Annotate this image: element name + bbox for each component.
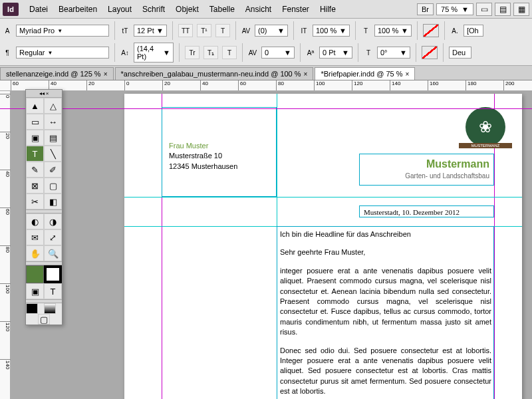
view-mode-button[interactable]: ▢: [38, 314, 50, 325]
skew-input[interactable]: 0°▼: [377, 47, 410, 59]
charstyle-dropdown[interactable]: [Oh: [464, 25, 483, 37]
page: Frau Muster Musterstraße 10 12345 Muster…: [124, 94, 522, 399]
line-tool[interactable]: ╲: [44, 146, 62, 162]
menu-schrift[interactable]: Schrift: [137, 2, 170, 17]
bridge-button[interactable]: Br: [417, 3, 434, 15]
menubar: Id Datei Bearbeiten Layout Schrift Objek…: [0, 0, 532, 19]
chevron-down-icon: ▼: [462, 5, 469, 13]
direct-selection-tool[interactable]: △: [44, 98, 62, 114]
paragraph-2: Donec sed odio dui. Sed posuere consecte…: [280, 346, 491, 397]
document-tabs: stellenanzeige.indd @ 125 %× *anschreibe…: [0, 66, 532, 80]
fill-color-swatch[interactable]: [26, 265, 44, 283]
stroke-none-swatch[interactable]: [422, 46, 438, 59]
menu-layout[interactable]: Layout: [102, 2, 137, 17]
apply-color-button[interactable]: ▣: [26, 283, 44, 299]
font-style-value: Regular: [19, 49, 45, 57]
gradient-swatch-tool[interactable]: ◐: [26, 213, 44, 229]
hand-tool[interactable]: ✋: [26, 245, 44, 261]
zoom-dropdown[interactable]: 75 %▼: [436, 3, 473, 15]
note-tool[interactable]: ✉: [26, 229, 44, 245]
pencil-tool[interactable]: ✐: [44, 162, 62, 178]
close-icon[interactable]: ×: [104, 70, 108, 78]
content-placer-tool[interactable]: ▤: [44, 130, 62, 146]
type-tool[interactable]: T: [26, 146, 44, 162]
pen-tool[interactable]: ✎: [26, 162, 44, 178]
rectangle-tool[interactable]: ▢: [44, 178, 62, 194]
font-size-value: 12 Pt: [137, 27, 154, 35]
underline-button[interactable]: T: [215, 24, 230, 37]
vscale-input[interactable]: 100 %▼: [374, 25, 412, 37]
view-mode-1-button[interactable]: ▭: [476, 3, 492, 16]
gap-tool[interactable]: ↔: [44, 114, 62, 130]
menu-fenster[interactable]: Fenster: [277, 2, 315, 17]
close-icon[interactable]: ×: [406, 70, 410, 78]
document-canvas[interactable]: 0 20 40 60 80 100 120 140 Frau Muster Mu…: [0, 91, 532, 399]
tab-anschreiben[interactable]: *anschreiben_galabau_mustermann-neu.indd…: [115, 67, 314, 80]
zoom-tool[interactable]: 🔍: [44, 245, 62, 261]
leading-input[interactable]: (14,4 Pt)▼: [134, 43, 174, 63]
tab-label: *anschreiben_galabau_mustermann-neu.indd…: [121, 70, 301, 78]
size-icon: tT: [120, 26, 130, 35]
vscale-icon: T: [361, 26, 370, 35]
view-mode-2-button[interactable]: ▤: [495, 3, 511, 16]
view-mode-3-button[interactable]: ▦: [513, 3, 529, 16]
para-icon: ¶: [3, 48, 12, 57]
company-frame[interactable]: Mustermann Garten- und Landschaftsbau: [359, 154, 494, 186]
apply-gradient-button[interactable]: [44, 303, 56, 314]
kerning-input[interactable]: (0)▼: [255, 25, 288, 37]
stroke-color-swatch[interactable]: [44, 265, 62, 283]
tab-stellenanzeige[interactable]: stellenanzeige.indd @ 125 %×: [0, 67, 114, 80]
tracking-icon: AV: [248, 48, 257, 57]
zoom-value: 75 %: [441, 5, 458, 13]
company-logo: ❀ MUSTERMANZ: [459, 107, 512, 154]
language-dropdown[interactable]: Deu: [449, 47, 471, 59]
format-text-button[interactable]: T: [44, 283, 62, 299]
address-city: 12345 Musterhausen: [169, 162, 237, 172]
tracking-value: 0: [265, 49, 269, 57]
date-text: Musterstadt, 10. Dezember 2012: [364, 207, 460, 217]
eyedropper-tool[interactable]: ⤢: [44, 229, 62, 245]
company-subtitle: Garten- und Landschaftsbau: [405, 172, 489, 181]
tab-briefpapier[interactable]: *Briefpapier.indd @ 75 %×: [315, 67, 415, 80]
vertical-ruler[interactable]: 0 20 40 60 80 100 120 140: [0, 91, 11, 399]
menu-datei[interactable]: Datei: [24, 2, 53, 17]
smallcaps-button[interactable]: Tr: [185, 46, 200, 59]
control-panel: A Myriad Pro▼ tT 12 Pt▼ TT T¹ T AV (0)▼ …: [0, 19, 532, 66]
font-size-input[interactable]: 12 Pt▼: [134, 25, 167, 37]
body-text-frame[interactable]: Ich bin die Headline für das Anschreiben…: [277, 226, 494, 399]
free-transform-tool[interactable]: ◧: [44, 194, 62, 209]
salutation: Sehr geehrte Frau Muster,: [280, 247, 491, 257]
horizontal-ruler[interactable]: 60 40 20 0 20 40 60 80 100 120 140 160 1…: [0, 80, 532, 91]
font-family-dropdown[interactable]: Myriad Pro▼: [16, 25, 109, 37]
apply-black-button[interactable]: [26, 303, 38, 314]
company-name: Mustermann: [405, 157, 489, 172]
close-icon[interactable]: ×: [304, 70, 308, 78]
panel-grip[interactable]: ◂◂ ×: [26, 90, 62, 98]
rectangle-frame-tool[interactable]: ⊠: [26, 178, 44, 194]
content-collector-tool[interactable]: ▣: [26, 130, 44, 146]
hscale-input[interactable]: 100 %▼: [313, 25, 350, 37]
gradient-feather-tool[interactable]: ◑: [44, 213, 62, 229]
font-style-dropdown[interactable]: Regular▼: [16, 47, 109, 59]
selection-tool[interactable]: ▲: [26, 98, 44, 114]
menu-tabelle[interactable]: Tabelle: [204, 2, 240, 17]
bleed-guide: [0, 108, 532, 109]
menu-ansicht[interactable]: Ansicht: [240, 2, 277, 17]
menu-hilfe[interactable]: Hilfe: [315, 2, 341, 17]
address-frame[interactable]: Frau Muster Musterstraße 10 12345 Muster…: [162, 107, 277, 197]
address-street: Musterstraße 10: [169, 151, 237, 161]
fill-none-swatch[interactable]: [423, 24, 439, 37]
tree-icon: ❀: [466, 107, 505, 147]
menu-objekt[interactable]: Objekt: [170, 2, 204, 17]
baseline-input[interactable]: 0 Pt▼: [319, 47, 352, 59]
tracking-input[interactable]: 0▼: [261, 47, 295, 59]
date-frame[interactable]: Musterstadt, 10. Dezember 2012: [359, 205, 494, 217]
menu-bearbeiten[interactable]: Bearbeiten: [53, 2, 102, 17]
page-tool[interactable]: ▭: [26, 114, 44, 130]
scissors-tool[interactable]: ✂: [26, 194, 44, 209]
strikethrough-button[interactable]: T: [222, 46, 237, 59]
font-family-value: Myriad Pro: [19, 27, 55, 35]
caps-button[interactable]: TT: [178, 24, 193, 37]
superscript-button[interactable]: T¹: [197, 24, 211, 37]
subscript-button[interactable]: T₁: [203, 46, 218, 59]
